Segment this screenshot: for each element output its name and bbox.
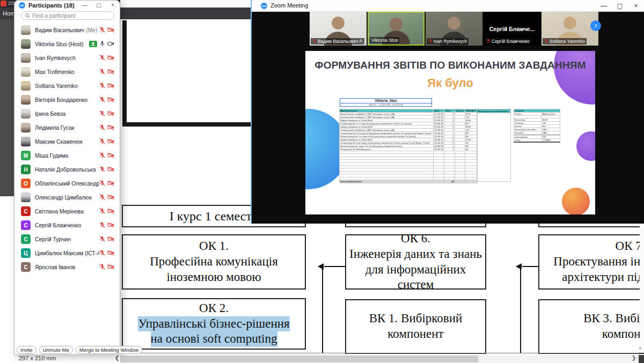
participant-name: Viktoriia Stus (Host) [35,41,89,47]
mic-status-icon[interactable] [99,53,105,63]
participant-row[interactable]: Вадим Васильович РОМА... (Me) [14,23,120,37]
participant-row[interactable]: С Світлана Мерінова [14,204,120,218]
mic-status-icon[interactable] [99,81,105,91]
camera-status-icon[interactable] [107,95,114,105]
participant-row[interactable]: Max Trofimenko [14,65,120,79]
scrollbar-corner [639,355,644,363]
camera-status-icon[interactable] [107,234,114,244]
camera-status-icon[interactable] [107,53,114,63]
mic-status-icon[interactable] [99,248,105,258]
minimize-button[interactable]: — [596,0,612,12]
avatar [21,137,31,146]
participant-row[interactable]: Н Наталія Добровольська [14,162,120,176]
participant-row[interactable]: Олександр Цимбалюк [14,190,120,204]
unmute-me-button[interactable]: Unmute Me [39,346,73,354]
camera-status-icon[interactable] [107,137,114,146]
camera-status-icon[interactable] [107,248,114,258]
camera-status-icon[interactable] [107,39,114,49]
camera-status-icon[interactable] [107,179,114,188]
participant-row[interactable]: О Облапінський Олександр [14,176,120,190]
participant-row[interactable]: С Сергій Блажченко [14,218,120,232]
mic-status-icon[interactable] [99,165,105,174]
maximize-button[interactable]: ▢ [92,1,106,10]
participant-row[interactable]: Viktoriia Stus (Host) [14,37,120,51]
participant-name: Цимбалюк Максим (ІСТ-41Д) [35,250,99,256]
mic-status-icon[interactable] [99,109,105,118]
video-tile[interactable]: Ivan Rymkevych [426,12,482,46]
camera-status-icon[interactable] [107,220,114,230]
mic-on-icon [99,41,105,47]
horizontal-scrollbar-thumb[interactable] [120,355,478,362]
participants-panel: zm Participants (18) — ▢ × Find a partic… [14,0,120,355]
mic-status-icon[interactable] [99,179,105,188]
timesheet-screenshot: Viktoria_Stus Week 1 — 01.08.2018 - 05.0… [339,98,560,189]
mic-off-icon [544,39,548,44]
camera-status-icon[interactable] [107,165,114,174]
mic-status-icon[interactable] [99,137,105,146]
avatar: С [21,234,31,244]
mic-status-icon[interactable] [99,95,105,105]
search-input[interactable]: Find a participant [21,11,114,20]
camera-status-icon[interactable] [107,151,114,160]
video-tile[interactable]: Вадим Васильович Р... [310,12,367,46]
mic-status-icon[interactable] [99,192,105,202]
pdf-menu-home-tab[interactable]: Hom [3,10,15,17]
next-page-button[interactable]: › [590,20,601,31]
scroll-down-icon[interactable]: ˅ [639,346,641,351]
zoom-window-titlebar[interactable] [252,0,644,12]
mic-status-icon[interactable] [99,67,105,77]
avatar: О [21,179,31,188]
camera-status-icon[interactable] [107,192,114,202]
mic-status-icon[interactable] [99,234,105,244]
participant-row[interactable]: Ц Цимбалюк Максим (ІСТ-41Д) [14,246,120,260]
search-icon [25,13,30,18]
participant-row[interactable]: М Міша Гудима [14,149,120,162]
decorative-orange-circle [562,188,590,214]
participant-row[interactable]: С Сергій Турчин [14,232,120,246]
mic-status-icon[interactable] [99,151,105,160]
participant-row[interactable]: Ірина Бевза [14,107,120,121]
scroll-left-icon[interactable]: ❮ [115,355,119,361]
slide-title: ФОРМУВАННЯ ЗВІТІВ ПО ВИКОНАНИМ ЗАВДАННЯМ [305,60,595,71]
participant-row[interactable]: Svitlana Yaremko [14,79,120,93]
avatar [21,53,31,63]
background-window-frame [122,122,251,127]
invite-button[interactable]: Invite [17,346,36,354]
mic-status-icon[interactable] [99,39,105,49]
mic-status-icon[interactable] [99,206,105,216]
vertical-scrollbar[interactable] [640,224,644,353]
participant-row[interactable]: Ivan Rymkevych [14,51,120,65]
box-line: архітектури підприємства [562,270,644,285]
mic-status-icon[interactable] [99,123,105,132]
participants-title: Participants (18) [28,2,75,9]
maximize-button[interactable]: ▢ [612,0,628,12]
participant-name: Людмила Гусак [35,124,99,131]
participant-row[interactable]: Максим Скаженюк [14,135,120,149]
camera-status-icon[interactable] [107,123,114,132]
close-button[interactable]: × [106,1,120,10]
camera-status-icon[interactable] [107,25,114,35]
tile-name-label: Вадим Васильович Р... [311,38,364,45]
camera-status-icon[interactable] [107,262,114,272]
mic-status-icon[interactable] [99,262,105,272]
tile-name-label: Viktoriia Stus [370,37,399,43]
camera-status-icon[interactable] [107,67,114,77]
camera-status-icon[interactable] [107,206,114,216]
video-tile[interactable]: Сергій Блажче... Сергій Блажченко [484,12,540,46]
merge-to-meeting-window-button[interactable]: Merge to Meeting Window [76,346,142,354]
scroll-right-icon[interactable]: ❯ [632,355,636,361]
mic-status-icon[interactable] [99,25,105,35]
close-button[interactable]: × [628,0,644,12]
minimize-button[interactable]: — [78,1,92,10]
participant-row[interactable]: Вікторія Бондаренко [14,93,120,107]
mic-status-icon[interactable] [99,220,105,230]
video-tile[interactable]: Svitlana Yaremko [541,12,598,46]
video-tile[interactable]: Viktoriia Stus [368,12,425,46]
participant-row[interactable]: С Ярослав Іванов [14,260,120,274]
camera-status-icon[interactable] [107,81,114,91]
participant-row[interactable]: Людмила Гусак [14,121,120,135]
avatar [21,67,31,77]
mic-off-icon [99,152,105,158]
camera-status-icon[interactable] [107,109,114,118]
camera-off-icon [107,69,114,75]
